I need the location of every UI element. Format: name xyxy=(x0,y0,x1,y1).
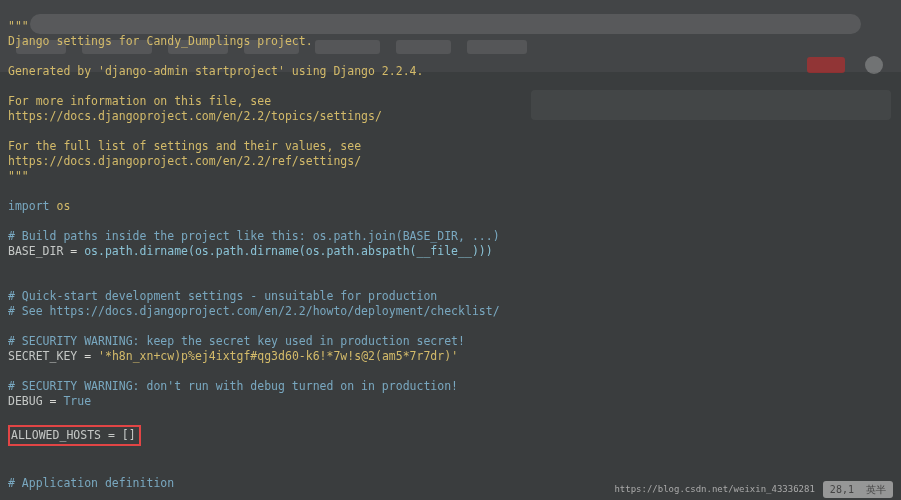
comment-line: # Application definition xyxy=(8,476,174,490)
import-keyword: import xyxy=(8,199,50,213)
allowed-hosts-line: ALLOWED_HOSTS = [] xyxy=(11,428,136,442)
expr-basedir: os.path.dirname(os.path.dirname(os.path.… xyxy=(84,244,493,258)
var-basedir: BASE_DIR xyxy=(8,244,63,258)
docstring-line: https://docs.djangoproject.com/en/2.2/re… xyxy=(8,154,361,168)
cursor-position: 28,1 英半 xyxy=(823,481,893,498)
docstring-line: Generated by 'django-admin startproject'… xyxy=(8,64,423,78)
comment-line: # SECURITY WARNING: keep the secret key … xyxy=(8,334,465,348)
docstring-open: """ xyxy=(8,19,29,33)
comment-line: # SECURITY WARNING: don't run with debug… xyxy=(8,379,458,393)
docstring-line: https://docs.djangoproject.com/en/2.2/to… xyxy=(8,109,382,123)
secret-value: '*h8n_xn+cw)p%ej4ixtgf#qg3d60-k6!*7w!s@2… xyxy=(98,349,458,363)
watermark-url: https://blog.csdn.net/weixin_43336281 xyxy=(614,482,814,497)
var-secretkey: SECRET_KEY xyxy=(8,349,77,363)
code-editor[interactable]: """ Django settings for Candy_Dumplings … xyxy=(0,0,508,500)
comment-line: # Quick-start development settings - uns… xyxy=(8,289,437,303)
comment-line: # Build paths inside the project like th… xyxy=(8,229,500,243)
import-module: os xyxy=(56,199,70,213)
var-debug: DEBUG xyxy=(8,394,43,408)
debug-value: True xyxy=(63,394,91,408)
highlight-allowed-hosts: ALLOWED_HOSTS = [] xyxy=(8,425,141,446)
docstring-line: For more information on this file, see xyxy=(8,94,271,108)
page-content-faded xyxy=(531,90,891,120)
login-button[interactable] xyxy=(807,57,845,73)
status-bar: https://blog.csdn.net/weixin_43336281 28… xyxy=(614,481,893,498)
avatar[interactable] xyxy=(865,56,883,74)
docstring-close: """ xyxy=(8,169,29,183)
docstring-line: Django settings for Candy_Dumplings proj… xyxy=(8,34,313,48)
docstring-line: For the full list of settings and their … xyxy=(8,139,361,153)
comment-line: # See https://docs.djangoproject.com/en/… xyxy=(8,304,500,318)
